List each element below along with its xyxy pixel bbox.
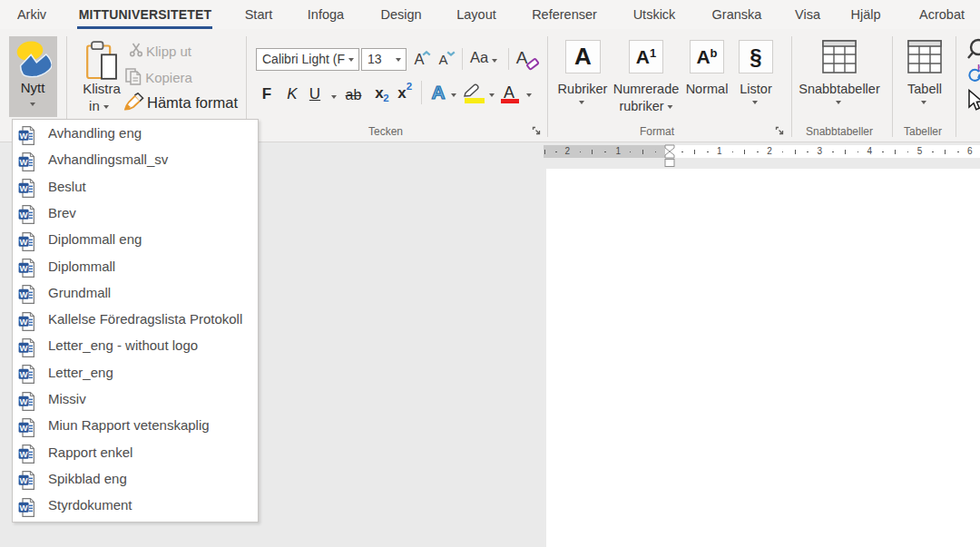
svg-text:W: W xyxy=(20,502,28,512)
svg-text:W: W xyxy=(20,449,28,459)
svg-text:W: W xyxy=(20,369,28,379)
svg-text:W: W xyxy=(20,210,28,220)
svg-text:W: W xyxy=(20,183,28,193)
svg-text:W: W xyxy=(20,422,28,432)
svg-text:W: W xyxy=(20,396,28,405)
svg-text:W: W xyxy=(20,475,28,485)
svg-text:W: W xyxy=(20,342,28,352)
svg-text:W: W xyxy=(20,289,28,299)
svg-text:W: W xyxy=(20,156,28,166)
svg-text:W: W xyxy=(20,263,28,273)
svg-text:W: W xyxy=(20,236,28,246)
svg-text:W: W xyxy=(20,130,28,140)
svg-text:W: W xyxy=(20,316,28,326)
